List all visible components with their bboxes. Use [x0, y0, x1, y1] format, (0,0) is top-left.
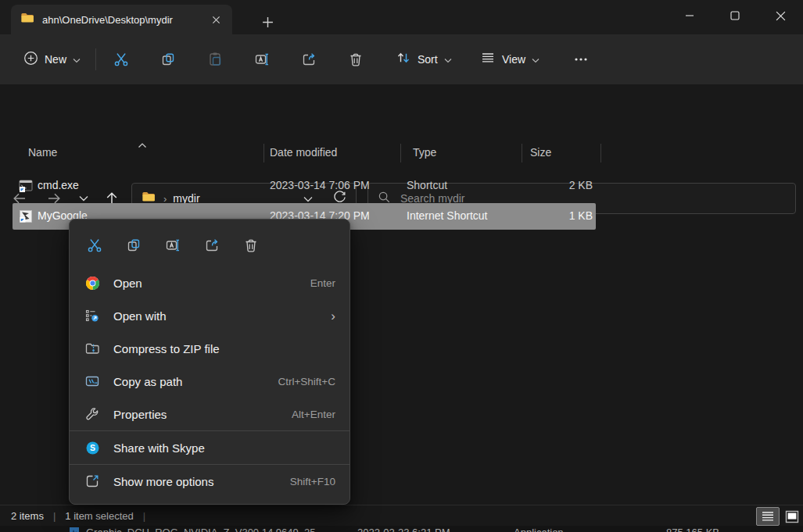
chevron-down-icon — [444, 52, 452, 66]
details-view-button[interactable] — [756, 507, 780, 526]
maximize-button[interactable] — [712, 0, 758, 31]
menu-item-shortcut: Alt+Enter — [292, 409, 335, 420]
show-more-options-icon — [84, 473, 101, 490]
cmd-shortcut-icon — [19, 179, 33, 195]
column-divider[interactable] — [600, 144, 601, 162]
rename-button[interactable] — [159, 231, 187, 259]
paste-button[interactable] — [202, 46, 228, 73]
background-file-type: Application — [514, 527, 564, 532]
file-size: 2 KB — [524, 179, 593, 191]
menu-item-show-more-options[interactable]: Show more options Shift+F10 — [70, 465, 350, 498]
chevron-down-icon — [532, 52, 540, 66]
explorer-tab[interactable]: ahn\OneDrive\Desktop\mydir — [11, 5, 232, 34]
copy-as-path-icon — [84, 373, 101, 390]
menu-item-copy-as-path[interactable]: Copy as path Ctrl+Shift+C — [70, 365, 350, 398]
menu-item-label: Compress to ZIP file — [113, 342, 335, 355]
file-date-modified: 2023-03-14 7:06 PM — [270, 179, 370, 191]
chrome-icon — [84, 274, 101, 291]
navigation-row: › mydir — [0, 84, 803, 137]
menu-item-shortcut: Ctrl+Shift+C — [278, 376, 335, 387]
status-divider: | — [53, 510, 56, 522]
tab-title: ahn\OneDrive\Desktop\mydir — [42, 14, 207, 26]
menu-item-open[interactable]: Open Enter — [70, 266, 350, 299]
minimize-button[interactable] — [667, 0, 712, 31]
status-divider: | — [143, 510, 145, 522]
menu-item-properties[interactable]: Properties Alt+Enter — [70, 398, 350, 430]
application-file-icon — [69, 527, 80, 532]
column-divider[interactable] — [400, 144, 401, 162]
view-lines-icon — [480, 50, 496, 69]
new-button[interactable]: New — [16, 45, 88, 73]
copy-button[interactable] — [120, 231, 148, 259]
menu-item-share-with-skype[interactable]: S Share with Skype — [70, 431, 350, 464]
new-tab-button[interactable] — [258, 12, 277, 31]
menu-item-open-with[interactable]: Open with › — [70, 299, 350, 332]
zip-folder-icon — [84, 340, 101, 357]
delete-button[interactable] — [237, 231, 265, 259]
copy-button[interactable] — [155, 46, 181, 73]
items-count: 2 items — [11, 510, 44, 522]
selection-count: 1 item selected — [65, 510, 133, 522]
context-menu: Open Enter Open with › Compress to ZIP f… — [69, 219, 350, 505]
background-file-date: 2022-02-23 6:21 PM — [357, 527, 450, 532]
view-button-label: View — [502, 53, 525, 66]
background-file-size: 875,165 KB — [641, 527, 719, 532]
menu-item-label: Copy as path — [113, 375, 278, 388]
background-file-row: Graphic_DCH_ROG_NVIDIA_Z_V300.14.9649_25… — [0, 527, 803, 532]
context-menu-quick-actions — [70, 224, 350, 266]
caption-controls — [667, 0, 803, 31]
column-divider[interactable] — [522, 144, 522, 162]
close-button[interactable] — [758, 0, 803, 31]
rename-button[interactable] — [249, 46, 275, 73]
see-more-button[interactable] — [568, 46, 594, 73]
menu-item-label: Show more options — [113, 475, 290, 488]
sort-arrows-icon — [396, 50, 411, 69]
cut-button[interactable] — [81, 231, 109, 259]
status-bar: 2 items | 1 item selected | — [0, 505, 803, 526]
skype-icon: S — [84, 439, 101, 456]
menu-item-label: Open with — [113, 309, 331, 323]
menu-item-label: Open — [113, 277, 310, 290]
chevron-down-icon — [73, 52, 81, 66]
file-size: 1 KB — [524, 209, 593, 222]
column-header-name[interactable]: Name — [28, 146, 57, 159]
file-row-cmd[interactable]: cmd.exe 2023-03-14 7:06 PM Shortcut 2 KB — [0, 173, 803, 199]
column-header-date-modified[interactable]: Date modified — [270, 146, 337, 159]
background-file-name: Graphic_DCH_ROG_NVIDIA_Z_V300.14.9649_25 — [86, 527, 315, 532]
wrench-icon — [84, 405, 101, 423]
file-type: Internet Shortcut — [407, 209, 488, 222]
sort-button[interactable]: Sort — [389, 45, 458, 73]
menu-item-compress-to-zip[interactable]: Compress to ZIP file — [70, 332, 350, 365]
column-header-size[interactable]: Size — [530, 146, 551, 159]
file-type: Shortcut — [407, 179, 447, 191]
column-divider[interactable] — [263, 144, 264, 162]
column-header-type[interactable]: Type — [413, 146, 436, 159]
toolbar-divider — [95, 48, 96, 70]
open-with-icon — [84, 307, 101, 324]
command-bar: New Sort — [0, 34, 803, 84]
submenu-chevron-icon: › — [331, 309, 335, 323]
file-explorer-window: ahn\OneDrive\Desktop\mydir New — [0, 0, 803, 532]
cut-button[interactable] — [108, 46, 134, 73]
new-button-label: New — [45, 53, 66, 66]
thumbnail-view-button[interactable] — [783, 508, 801, 525]
internet-shortcut-icon — [19, 209, 33, 226]
menu-item-label: Properties — [113, 408, 292, 421]
share-button[interactable] — [198, 231, 226, 259]
file-name[interactable]: cmd.exe — [38, 179, 79, 191]
sort-button-label: Sort — [418, 53, 438, 66]
column-headers: Name Date modified Type Size — [0, 139, 803, 167]
svg-text:S: S — [90, 444, 95, 452]
sort-ascending-icon — [138, 137, 147, 152]
delete-button[interactable] — [342, 46, 369, 73]
menu-item-shortcut: Enter — [310, 277, 335, 289]
share-button[interactable] — [296, 46, 322, 73]
titlebar: ahn\OneDrive\Desktop\mydir — [0, 0, 803, 34]
tab-close-icon[interactable] — [207, 11, 224, 28]
menu-item-shortcut: Shift+F10 — [290, 476, 335, 487]
plus-circle-icon — [23, 51, 38, 69]
background-window-sliver: Graphic_DCH_ROG_NVIDIA_Z_V300.14.9649_25… — [0, 526, 803, 532]
menu-item-label: Share with Skype — [113, 441, 335, 455]
folder-icon — [20, 11, 34, 28]
view-button[interactable]: View — [474, 45, 546, 73]
